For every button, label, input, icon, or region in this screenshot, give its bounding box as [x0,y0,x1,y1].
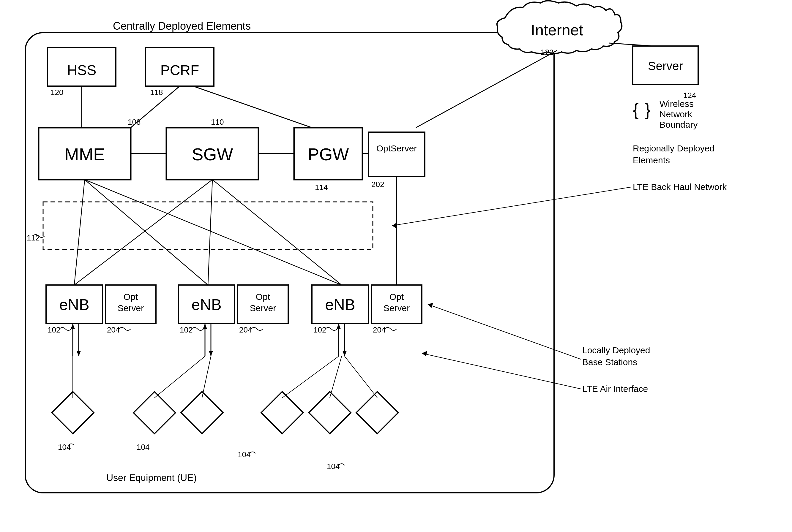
opt-server3-label: Opt [389,292,404,302]
pcrf-ref: 118 [150,88,163,97]
locally-deployed-label2: Base Stations [582,357,637,367]
ue1-ref: 104 [58,443,71,452]
opt-server-regional-ref: 202 [371,180,384,189]
wireless-boundary-label2: Network [660,109,693,119]
ref-112: 112 [27,233,39,242]
enb2-ref: 102 [180,325,192,334]
regionally-deployed-label2: Elements [633,155,670,165]
wireless-boundary-symbol-left: { [633,100,639,120]
diagram: Centrally Deployed Elements HSS 120 PCRF… [0,0,792,532]
opt-server3-ref: 204 [373,325,386,334]
opt-server2-ref: 204 [239,325,252,334]
opt-server-regional-box [368,132,425,177]
opt-server1-label: Opt [124,292,138,302]
opt-server1-ref: 204 [107,325,120,334]
wireless-boundary-symbol-right: } [645,100,650,120]
server-label: Server [648,59,683,73]
hss-label: HSS [67,62,96,78]
mme-label: MME [65,145,105,164]
opt-server1-label2: Server [118,303,144,313]
ue-ref-bottom: 104 [327,462,339,471]
lte-air-label: LTE Air Interface [582,384,648,394]
ue2-ref: 104 [137,443,149,452]
internet-label: Internet [531,21,584,39]
wireless-boundary-label: Wireless [660,99,694,109]
wireless-boundary-label3: Boundary [660,120,698,130]
enb1-label: eNB [59,296,89,313]
pcrf-label: PCRF [161,62,199,78]
enb1-ref: 102 [48,325,60,334]
pgw-ref: 114 [315,183,328,192]
pgw-label: PGW [308,145,349,164]
opt-server-regional-label: OptServer [376,144,417,153]
hss-ref: 120 [51,88,63,97]
sgw-ref: 110 [211,117,224,127]
regionally-deployed-label: Regionally Deployed [633,144,715,153]
server-ref: 124 [683,91,696,100]
ue-label: User Equipment (UE) [106,472,197,483]
enb2-label: eNB [191,296,221,313]
enb3-label: eNB [325,296,355,313]
network-diagram-svg: Centrally Deployed Elements HSS 120 PCRF… [0,0,792,532]
centrally-deployed-label: Centrally Deployed Elements [113,20,251,32]
opt-server2-label2: Server [250,303,276,313]
sgw-label: SGW [192,145,233,164]
ue-ref-center: 104 [238,450,251,459]
internet-cloud: Internet [497,1,622,54]
locally-deployed-label: Locally Deployed [582,345,650,355]
opt-server3-label2: Server [384,303,410,313]
lte-backhaul-label: LTE Back Haul Network [633,182,727,192]
enb3-ref: 102 [313,325,326,334]
internet-ref: 122 [541,48,553,57]
opt-server2-label: Opt [256,292,270,302]
